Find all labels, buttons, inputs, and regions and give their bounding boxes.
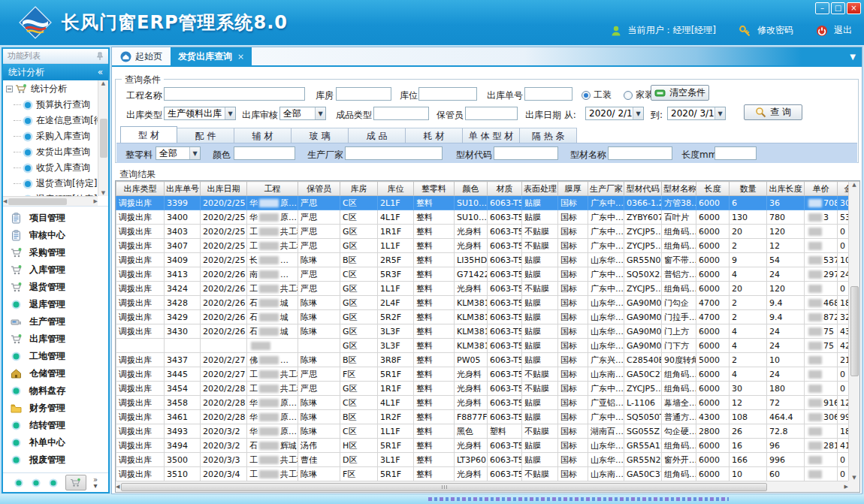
- column-header[interactable]: 单价: [805, 182, 838, 196]
- table-row[interactable]: 调拨出库34072020/2/25工共工程严思G区1L1F整料光身料6063-T…: [116, 239, 861, 253]
- scroll-up-icon[interactable]: ▲: [852, 182, 856, 188]
- table-row[interactable]: 调拨出库34002020/2/25华原…严思C区4L1F整料SU10…6063-…: [116, 210, 861, 225]
- column-header[interactable]: 保管员: [298, 182, 340, 196]
- maximize-button[interactable]: □: [831, 2, 845, 14]
- location-input[interactable]: [418, 87, 477, 101]
- column-header[interactable]: 出库长度: [767, 182, 805, 196]
- column-header[interactable]: 型材代码: [624, 182, 662, 196]
- column-header[interactable]: 颜色: [455, 182, 488, 196]
- tree-item[interactable]: 发货出库查询: [3, 144, 98, 160]
- material-tab[interactable]: 单 体 型 材: [463, 128, 520, 143]
- radio-icon[interactable]: [624, 91, 633, 100]
- sidebar-item-审核中心[interactable]: 审核中心: [3, 227, 108, 244]
- table-row[interactable]: 调拨出库34942020/3/2石辉城汤伟H区5R1F整料光身料6063-T5贴…: [116, 439, 861, 453]
- collapsed-item-icon[interactable]: [31, 478, 41, 488]
- column-header[interactable]: 表面处理: [522, 182, 558, 196]
- scroll-left-icon[interactable]: ◀: [116, 484, 119, 490]
- color-input[interactable]: [234, 146, 295, 160]
- scroll-thumb[interactable]: [850, 286, 859, 376]
- table-row[interactable]: 调拨出库34282020/2/26石城陈琳G区2L4F整料KLM38176063…: [116, 296, 861, 310]
- material-tab[interactable]: 耗 材: [406, 128, 463, 143]
- search-button[interactable]: 查 询: [744, 104, 802, 120]
- table-row[interactable]: 调拨出库34292020/2/26石城陈琳G区5R2F整料KLM38176063…: [116, 310, 861, 324]
- profile-code-input[interactable]: [494, 146, 558, 160]
- sidebar-item-采购管理[interactable]: 采购管理: [3, 244, 108, 261]
- sidebar-item-入库管理[interactable]: 入库管理: [3, 261, 108, 279]
- minimize-button[interactable]: –: [815, 2, 829, 14]
- table-row[interactable]: 调拨出库35102020/3/4工共工程陈琳F区5R1F整料光身料6063-T5…: [116, 467, 861, 481]
- scroll-thumb[interactable]: [8, 198, 67, 205]
- section-header[interactable]: 统计分析 «: [3, 64, 108, 80]
- horizontal-scrollbar[interactable]: ◀▶: [116, 481, 848, 492]
- column-header[interactable]: 工程: [247, 182, 298, 196]
- column-header[interactable]: 出库单号: [165, 182, 201, 196]
- jiazhuang-radio[interactable]: 家装: [624, 89, 654, 101]
- audit-select[interactable]: 全部▼: [279, 107, 326, 120]
- tree-item[interactable]: 采购入库查询: [3, 128, 98, 144]
- whole-part-select[interactable]: 全部▼: [156, 146, 201, 160]
- column-header[interactable]: 膜厚: [558, 182, 588, 196]
- tree-item[interactable]: 收货入库查询: [3, 160, 98, 176]
- column-header[interactable]: 出库日期: [201, 182, 247, 196]
- sidebar-item-财务管理[interactable]: 财务管理: [3, 400, 108, 417]
- date-to-select[interactable]: 2020/ 3/16▼: [667, 107, 726, 120]
- scroll-right-icon[interactable]: ▶: [94, 198, 98, 204]
- sidebar-item-物料盘存[interactable]: 物料盘存: [3, 382, 108, 400]
- table-row[interactable]: 调拨出库34302020/2/26石城陈琳G区3L3F整料KLM38176063…: [116, 324, 861, 339]
- table-row[interactable]: 调拨出库34452020/2/27工共工程严思F区5R1F整料光身料6063-T…: [116, 367, 861, 382]
- tab-active[interactable]: 发货出库查询 ×: [171, 47, 252, 65]
- keeper-input[interactable]: [465, 107, 518, 120]
- menu-overflow-chevron[interactable]: »▾: [93, 477, 98, 489]
- scroll-left-icon[interactable]: ◀: [3, 198, 7, 204]
- scroll-thumb[interactable]: [100, 119, 107, 158]
- product-type-input[interactable]: [373, 107, 429, 120]
- scroll-thumb[interactable]: [121, 483, 767, 491]
- scroll-up-icon[interactable]: ▲: [101, 80, 105, 86]
- column-header[interactable]: 库位: [378, 182, 414, 196]
- clear-conditions-button[interactable]: 清空条件: [651, 85, 709, 101]
- material-tab[interactable]: 型 材: [120, 126, 177, 143]
- table-row[interactable]: G区3L3F整料KLM38176063-T5贴膜国标山东华…GA90M09.门下…: [116, 339, 861, 353]
- sidebar-item-报废管理[interactable]: 报废管理: [3, 451, 108, 469]
- logout-link[interactable]: 退出: [834, 24, 852, 37]
- manufacturer-input[interactable]: [345, 146, 443, 160]
- sidebar-item-补单中心[interactable]: 补单中心: [3, 434, 108, 451]
- column-header[interactable]: 长度: [696, 182, 730, 196]
- collapsed-item-icon[interactable]: [48, 478, 59, 488]
- collapse-expander-icon[interactable]: [6, 86, 13, 92]
- table-row[interactable]: 调拨出库34932020/3/2华原…陈琳C区1L1F整料黑色塑料不贴膜国标湖南…: [116, 424, 861, 439]
- order-no-input[interactable]: [524, 87, 572, 101]
- tree-vertical-scrollbar[interactable]: ▲▼: [98, 80, 108, 196]
- vertical-scrollbar[interactable]: ▲▼: [848, 182, 859, 481]
- table-row[interactable]: 调拨出库34092020/2/25长…陈琳B区2R5F整料LI35HD6063-…: [116, 253, 861, 267]
- table-row[interactable]: 调拨出库34542020/2/28工共工程严思G区1R1F整料光身料6063-T…: [116, 382, 861, 396]
- column-header[interactable]: 出库类型: [116, 182, 165, 196]
- material-tab[interactable]: 成 品: [349, 128, 406, 143]
- table-row[interactable]: 调拨出库34132020/2/26南…严思C区5R3F整料G714226063-…: [116, 267, 861, 282]
- out-type-select[interactable]: 生产领料出库▼: [164, 107, 236, 120]
- cart-button[interactable]: [65, 475, 86, 490]
- column-header[interactable]: 材质: [488, 182, 522, 196]
- length-input[interactable]: [714, 146, 757, 160]
- sidebar-item-出库管理[interactable]: 出库管理: [3, 330, 108, 348]
- radio-selected-icon[interactable]: [582, 91, 591, 100]
- gongzhuang-radio[interactable]: 工装: [582, 89, 612, 101]
- column-header[interactable]: 库房: [340, 182, 378, 196]
- tree-root[interactable]: 统计分析: [3, 80, 98, 97]
- change-password-link[interactable]: 修改密码: [757, 24, 793, 37]
- sidebar-item-退货管理[interactable]: 退货管理: [3, 279, 108, 296]
- close-button[interactable]: ×: [847, 2, 861, 14]
- scroll-down-icon[interactable]: ▼: [852, 475, 856, 481]
- column-header[interactable]: 型材名称: [662, 182, 696, 196]
- tree-horizontal-scrollbar[interactable]: ◀▶: [3, 196, 98, 206]
- tree-item[interactable]: 退货查询[待定]: [3, 176, 98, 192]
- sidebar-item-生产管理[interactable]: 生产管理: [3, 313, 108, 330]
- table-row[interactable]: 调拨出库34612020/2/28华原…陈琳B区1R2F整料F8877FT606…: [116, 410, 861, 424]
- table-row[interactable]: 调拨出库34372020/2/27佛…陈琳B区3R8F整料PW056063-T5…: [116, 353, 861, 367]
- collapse-icon[interactable]: «: [98, 64, 103, 80]
- tab-list-chevron-icon[interactable]: ▼: [850, 53, 856, 61]
- table-row[interactable]: 调拨出库34032020/2/25工共工程严思G区1R1F整料光身料6063-T…: [116, 225, 861, 239]
- tab-home[interactable]: 起始页: [112, 47, 171, 65]
- warehouse-input[interactable]: [336, 87, 391, 101]
- sidebar-item-仓储管理[interactable]: 仓储管理: [3, 365, 108, 382]
